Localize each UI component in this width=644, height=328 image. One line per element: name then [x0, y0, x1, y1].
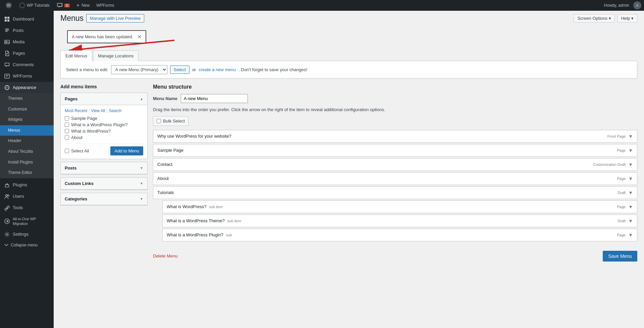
- page-checkbox-sample[interactable]: [65, 116, 69, 121]
- svg-rect-3: [7, 17, 9, 19]
- menu-items-list: Why use WordPress for your website? Fron…: [153, 130, 637, 241]
- menu-item-3-chevron[interactable]: ▼: [628, 176, 633, 181]
- sidebar-item-theme-editor[interactable]: Theme Editor: [0, 168, 54, 178]
- bulk-select-row: Bulk Select: [153, 116, 637, 126]
- sidebar-item-plugins[interactable]: Plugins: [0, 180, 54, 191]
- page-checkbox-wp-plugin[interactable]: [65, 123, 69, 127]
- toolbar-left: W WP Tutorials 0 + New WPForms: [3, 0, 117, 11]
- wp-layout: Dashboard Posts Media Pages Comments WPF…: [0, 11, 644, 328]
- tab-edit-menus[interactable]: Edit Menus: [60, 50, 92, 61]
- menu-item-6[interactable]: What is a WordPress Theme? sub item Draf…: [162, 215, 637, 227]
- tab-manage-locations[interactable]: Manage Locations: [93, 50, 139, 61]
- custom-links-header[interactable]: Custom Links ▼: [61, 178, 147, 190]
- user-avatar[interactable]: A: [633, 1, 641, 9]
- main-content: Menus Manage with Live Preview Screen Op…: [54, 11, 644, 328]
- add-to-menu-button[interactable]: Add to Menu: [110, 146, 143, 155]
- page-item-about: About: [65, 135, 143, 140]
- new-content[interactable]: + New: [74, 0, 92, 11]
- svg-rect-6: [5, 40, 9, 44]
- select-all-label: Select All: [71, 148, 89, 153]
- menu-item-0-chevron[interactable]: ▼: [628, 134, 633, 139]
- bulk-select-button[interactable]: Bulk Select: [153, 116, 189, 126]
- menu-name-input[interactable]: [181, 94, 248, 103]
- menu-select-dropdown[interactable]: A new Menu (Primary): [111, 65, 167, 74]
- sidebar-item-pages[interactable]: Pages: [0, 48, 54, 59]
- menu-select-button[interactable]: Select: [170, 65, 190, 74]
- menu-name-label: Menu Name: [153, 96, 177, 101]
- menu-item-4-chevron[interactable]: ▼: [628, 190, 633, 195]
- categories-chevron-icon: ▼: [140, 197, 143, 201]
- menu-item-1-chevron[interactable]: ▼: [628, 148, 633, 153]
- sidebar-item-users[interactable]: Users: [0, 191, 54, 202]
- sidebar-item-tools[interactable]: Tools: [0, 202, 54, 214]
- posts-section-header[interactable]: Posts ▼: [61, 162, 147, 174]
- sidebar-item-header[interactable]: Header: [0, 136, 54, 146]
- menu-item-2[interactable]: Contact Customization Draft ▼: [153, 158, 637, 171]
- wpforms-toolbar[interactable]: WPForms: [94, 0, 117, 11]
- menu-instruction: Drag the items into the order you prefer…: [153, 107, 637, 112]
- comments-toolbar[interactable]: 0: [54, 0, 72, 11]
- menu-item-6-chevron[interactable]: ▼: [628, 218, 633, 224]
- posts-chevron-icon: ▼: [140, 166, 143, 170]
- menu-structure-title: Menu structure: [153, 84, 637, 90]
- menu-item-2-chevron[interactable]: ▼: [628, 162, 633, 167]
- filter-most-recent[interactable]: Most Recent: [65, 108, 87, 113]
- posts-section: Posts ▼: [60, 162, 148, 175]
- svg-rect-8: [5, 74, 9, 79]
- sidebar-item-all-in-one[interactable]: All-in-One WP Migration: [0, 214, 54, 229]
- svg-rect-4: [5, 19, 7, 21]
- filter-view-all[interactable]: View All: [91, 108, 105, 113]
- delete-menu-link[interactable]: Delete Menu: [153, 253, 178, 259]
- create-link-suffix: . Don't forget to save your changes!: [238, 67, 307, 72]
- menu-item-5[interactable]: What is WordPress? sub item Page ▼: [162, 200, 637, 213]
- sidebar-item-wpforms[interactable]: WPForms: [0, 71, 54, 82]
- menu-item-1[interactable]: Sample Page Page ▼: [153, 144, 637, 157]
- svg-point-11: [6, 194, 7, 196]
- page-checkbox-about[interactable]: [65, 135, 69, 140]
- menu-select-label: Select a menu to edit:: [66, 67, 108, 72]
- page-checkbox-wp[interactable]: [65, 129, 69, 133]
- filter-search[interactable]: Search: [109, 108, 121, 113]
- save-menu-button[interactable]: Save Menu: [603, 251, 637, 262]
- menu-item-0[interactable]: Why use WordPress for your website? Fron…: [153, 130, 637, 143]
- select-all-checkbox[interactable]: [65, 149, 69, 153]
- sidebar-item-settings[interactable]: Settings: [0, 229, 54, 240]
- or-text: or: [192, 67, 196, 72]
- categories-section: Categories ▼: [60, 193, 148, 205]
- wp-logo[interactable]: W: [3, 0, 15, 11]
- pages-section: Pages ▲ Most Recent | View All | Search: [60, 93, 148, 159]
- create-new-menu-link[interactable]: create a new menu: [199, 67, 236, 72]
- menu-item-4[interactable]: Tutorials Draft ▼: [153, 186, 637, 199]
- pages-section-header[interactable]: Pages ▲: [61, 93, 147, 105]
- page-item-wp-plugin: What is a WordPress Plugin?: [65, 122, 143, 127]
- sidebar-item-dashboard[interactable]: Dashboard: [0, 13, 54, 25]
- sidebar-item-about-teczilla[interactable]: About Teczilla: [0, 146, 54, 157]
- sidebar-item-menus[interactable]: Menus: [0, 125, 54, 136]
- page-item-wp: What is WordPress?: [65, 129, 143, 134]
- help-button[interactable]: Help ▾: [618, 14, 637, 22]
- sidebar-item-themes[interactable]: Themes: [0, 93, 54, 104]
- sidebar-item-media[interactable]: Media: [0, 36, 54, 48]
- live-preview-button[interactable]: Manage with Live Preview: [86, 14, 144, 22]
- svg-rect-5: [7, 19, 9, 21]
- sidebar-item-posts[interactable]: Posts: [0, 25, 54, 36]
- site-name[interactable]: WP Tutorials: [16, 0, 52, 11]
- menu-item-5-chevron[interactable]: ▼: [628, 204, 633, 209]
- appearance-submenu: Themes Customize Widgets Menus Header Ab…: [0, 93, 54, 178]
- sidebar-item-install-plugins[interactable]: Install Plugins: [0, 157, 54, 168]
- sidebar-item-appearance[interactable]: Appearance: [0, 82, 54, 93]
- menu-item-3[interactable]: About Page ▼: [153, 172, 637, 185]
- collapse-menu-btn[interactable]: Collapse menu: [0, 240, 54, 250]
- bulk-select-checkbox[interactable]: [157, 119, 161, 123]
- sidebar-item-comments[interactable]: Comments: [0, 59, 54, 71]
- notice-close-button[interactable]: ✕: [133, 34, 142, 40]
- menu-item-7-chevron[interactable]: ▼: [628, 232, 633, 238]
- sidebar-item-widgets[interactable]: Widgets: [0, 114, 54, 125]
- screen-options-button[interactable]: Screen Options ▾: [574, 14, 614, 22]
- sidebar-item-customize[interactable]: Customize: [0, 104, 54, 115]
- pages-chevron-icon: ▲: [140, 97, 143, 101]
- menu-item-7[interactable]: What is a WordPress Plugin? sub Page ▼: [162, 229, 637, 241]
- menu-bottom-row: Delete Menu Save Menu: [153, 247, 637, 262]
- svg-rect-10: [5, 185, 9, 187]
- categories-header[interactable]: Categories ▼: [61, 193, 147, 205]
